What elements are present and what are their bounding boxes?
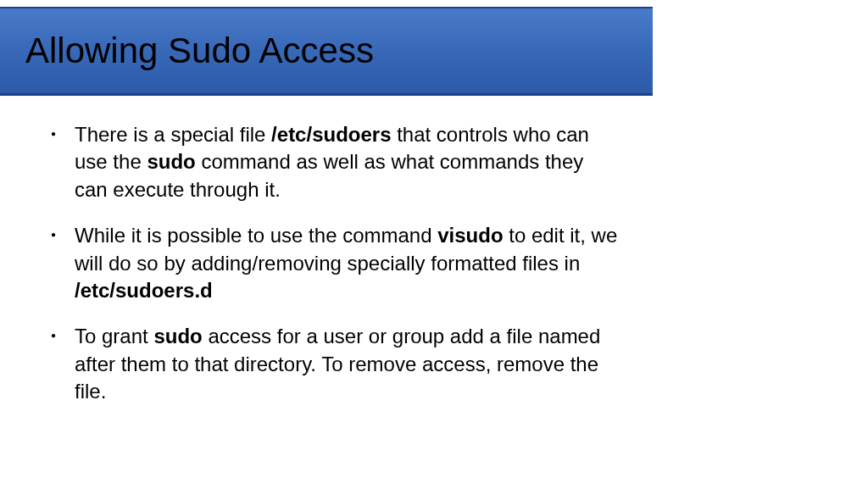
- slide-content: There is a special file /etc/sudoers tha…: [0, 96, 653, 406]
- text-segment: There is a special file: [75, 123, 271, 146]
- text-segment: To grant: [75, 325, 153, 347]
- slide-title-bar: Allowing Sudo Access: [0, 7, 653, 96]
- text-segment: /etc/sudoers: [271, 123, 391, 146]
- slide-title: Allowing Sudo Access: [25, 31, 374, 71]
- bullet-item: While it is possible to use the command …: [59, 222, 619, 304]
- bullet-list: There is a special file /etc/sudoers tha…: [59, 121, 619, 406]
- text-segment: sudo: [153, 325, 202, 347]
- presentation-slide: Allowing Sudo Access There is a special …: [0, 7, 653, 489]
- text-segment: /etc/sudoers.d: [75, 279, 213, 302]
- text-segment: While it is possible to use the command: [75, 224, 437, 247]
- bullet-item: To grant sudo access for a user or group…: [59, 323, 619, 405]
- text-segment: sudo: [147, 150, 195, 173]
- text-segment: visudo: [437, 224, 503, 247]
- bullet-item: There is a special file /etc/sudoers tha…: [59, 121, 619, 203]
